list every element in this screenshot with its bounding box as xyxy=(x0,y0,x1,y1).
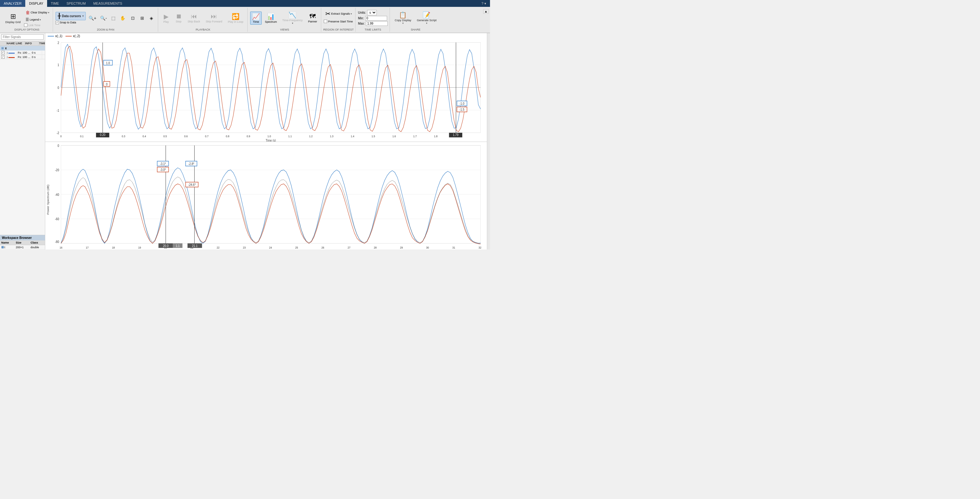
svg-text:23: 23 xyxy=(243,246,246,249)
stop-button[interactable]: ⏹ Stop xyxy=(173,11,185,25)
legend-label-0: x(:,1) xyxy=(55,34,62,38)
zoom-in-button[interactable]: 🔍+ xyxy=(87,15,98,22)
svg-text:0.20: 0.20 xyxy=(100,133,105,137)
zoom-out-button[interactable]: 🔍- xyxy=(99,15,108,22)
svg-text:28: 28 xyxy=(374,246,377,249)
link-time-checkbox[interactable] xyxy=(24,23,27,27)
units-label: Units: xyxy=(358,11,366,14)
svg-text:-24.6*: -24.6* xyxy=(188,183,196,187)
workspace-title[interactable]: Workspace Browser xyxy=(0,235,45,240)
workspace-table: Name Size Class ⊞t 200×1 double ⊞x 200×2… xyxy=(0,240,45,249)
preserve-start-time-checkbox[interactable] xyxy=(324,20,327,23)
svg-text:-1: -1 xyxy=(56,108,59,112)
svg-text:-20: -20 xyxy=(55,168,59,172)
extract-signals-button[interactable]: ✂ Extract Signals ▾ xyxy=(324,9,353,18)
svg-text:26: 26 xyxy=(321,246,325,249)
ws-size-1: 200×2 xyxy=(14,249,29,250)
svg-text:22: 22 xyxy=(217,246,220,249)
zoom-select-button[interactable]: ⬚ xyxy=(109,15,118,22)
tab-time[interactable]: TIME xyxy=(47,0,63,7)
spectrum-plot-svg: 0 -20 -40 -60 -80 Power Spectrum (dB) 16… xyxy=(45,142,487,249)
panner-button[interactable]: 🗺 Panner xyxy=(306,11,319,24)
play-in-loop-button[interactable]: 🔁 Play in Loop xyxy=(226,11,246,25)
svg-text:1: 1 xyxy=(57,63,59,67)
copy-display-button[interactable]: 📋 Copy Display ▾ xyxy=(392,10,413,26)
legend-split: ☰ Legend ▾ xyxy=(24,16,51,23)
signal-group-x[interactable]: ⊞ x xyxy=(0,46,45,51)
display-grid-button[interactable]: ⊞ Display Grid xyxy=(3,11,23,25)
tab-analyzer[interactable]: ANALYZER xyxy=(0,0,25,7)
col-info: INFO xyxy=(25,41,39,46)
play-button[interactable]: ▶ Play xyxy=(161,11,172,25)
snap-to-data-checkbox[interactable] xyxy=(56,21,59,24)
svg-text:-80: -80 xyxy=(55,240,59,244)
skip-back-button[interactable]: ⏮ Skip Back xyxy=(186,11,202,25)
signal-check-0[interactable] xyxy=(1,51,5,54)
zoom-frame-button[interactable]: ⊞ xyxy=(138,15,146,22)
help-button[interactable]: ? ▾ xyxy=(478,0,490,7)
svg-text:29: 29 xyxy=(400,246,402,249)
legend-item-1: x(:,2) xyxy=(65,34,80,38)
ws-col-name: Name xyxy=(0,240,14,245)
ws-col-size: Size xyxy=(14,240,29,245)
fit-view-button[interactable]: ⊡ xyxy=(129,15,137,22)
svg-text:0: 0 xyxy=(106,82,108,86)
ws-class-0: double xyxy=(29,245,45,249)
time-view-button[interactable]: 📈 Time xyxy=(250,11,262,25)
svg-text:0: 0 xyxy=(57,86,59,89)
legend-label-1: x(:,2) xyxy=(73,34,80,38)
clear-display-button[interactable]: 🗑 Clear Display ▾ xyxy=(24,9,51,16)
svg-text:2: 2 xyxy=(57,41,59,44)
svg-text:0: 0 xyxy=(60,135,62,138)
ribbon-collapse-button[interactable]: ▲ xyxy=(483,9,489,14)
pan-button[interactable]: ✋ xyxy=(119,15,127,22)
min-label: Min: xyxy=(358,16,364,20)
skip-forward-button[interactable]: ⏭ Skip Forward xyxy=(204,11,224,25)
tab-spectrum[interactable]: SPECTRUM xyxy=(63,0,89,7)
svg-text:21.1: 21.1 xyxy=(192,244,198,248)
svg-text:27: 27 xyxy=(348,246,351,249)
ribbon: ANALYZER DISPLAY TIME SPECTRUM MEASUREME… xyxy=(0,0,490,33)
right-scrollbar[interactable] xyxy=(487,33,490,249)
tab-measurements[interactable]: MEASUREMENTS xyxy=(89,0,126,7)
signal-check-1[interactable] xyxy=(1,55,5,59)
filter-signals-input[interactable] xyxy=(1,34,44,40)
preserve-start-time-label: Preserve Start Time xyxy=(328,20,353,23)
tab-display[interactable]: DISPLAY xyxy=(25,0,47,7)
workspace-browser: Workspace Browser Name Size Class ⊞t 200… xyxy=(0,235,45,249)
link-time-label: Link Time xyxy=(29,24,41,27)
signal-table-header: NAME LINE INFO TIME STA xyxy=(0,41,45,46)
legend-button[interactable]: ☰ Legend ▾ xyxy=(24,16,51,23)
data-cursors-button[interactable]: ╂ Data cursors ▾ xyxy=(56,12,86,20)
svg-text:32: 32 xyxy=(479,246,481,249)
time-frequency-view-button[interactable]: 📉 Time-Frequency ▾ xyxy=(280,10,305,26)
svg-text:19: 19 xyxy=(138,246,141,249)
signal-table: NAME LINE INFO TIME STA ⊞ x x(:,1) Fs: 1… xyxy=(0,41,45,235)
ws-row-1[interactable]: ⊞x 200×2 double xyxy=(0,249,45,250)
spectrum-view-button[interactable]: 📊 Spectrum xyxy=(263,11,279,25)
legend-area: x(:,1) x(:,2) xyxy=(45,33,487,39)
min-input[interactable] xyxy=(365,16,387,21)
time-limits-group: Units: s Min: Max: TIME LIMITS xyxy=(356,8,390,32)
playback-group: ▶ Play ⏹ Stop ⏮ Skip Back ⏭ Skip Forward… xyxy=(159,8,248,32)
sidebar: NAME LINE INFO TIME STA ⊞ x x(:,1) Fs: 1… xyxy=(0,33,45,249)
ws-row-0[interactable]: ⊞t 200×1 double xyxy=(0,245,45,249)
ws-col-class: Class xyxy=(29,240,45,245)
svg-text:1.0: 1.0 xyxy=(106,61,110,65)
select-button[interactable]: ◈ xyxy=(147,15,156,22)
svg-text:1.3: 1.3 xyxy=(330,135,333,138)
svg-text:1.6: 1.6 xyxy=(392,135,396,138)
ws-size-0: 200×1 xyxy=(14,245,29,249)
svg-text:0.3: 0.3 xyxy=(122,135,125,138)
ws-name-0: t xyxy=(4,246,5,249)
extract-signals-split: ✂ Extract Signals ▾ xyxy=(324,9,353,18)
svg-text:1.79: 1.79 xyxy=(453,133,458,137)
generate-script-button[interactable]: 📝 Generate Script ▾ xyxy=(415,10,439,26)
col-time: TIME xyxy=(39,41,45,46)
units-select[interactable]: s xyxy=(367,10,377,15)
svg-text:17: 17 xyxy=(86,246,89,249)
max-input[interactable] xyxy=(366,21,388,26)
svg-text:1.2: 1.2 xyxy=(309,135,312,138)
units-group: Units: s Min: Max: xyxy=(358,10,388,26)
svg-rect-0 xyxy=(61,43,480,132)
